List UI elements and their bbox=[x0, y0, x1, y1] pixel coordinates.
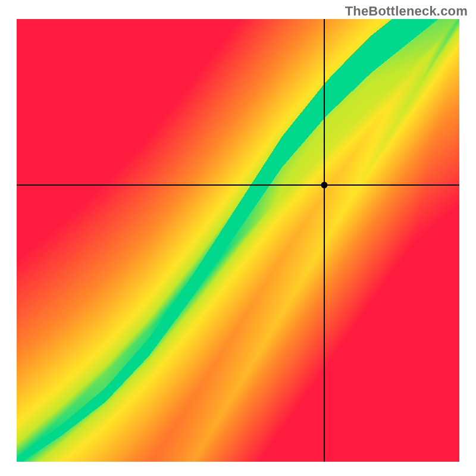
crosshair-marker bbox=[321, 182, 328, 189]
watermark-text: TheBottleneck.com bbox=[345, 4, 468, 19]
heatmap-canvas bbox=[17, 19, 459, 462]
crosshair-vertical bbox=[324, 19, 324, 462]
crosshair-horizontal bbox=[17, 184, 459, 185]
heatmap-plot bbox=[17, 19, 459, 462]
